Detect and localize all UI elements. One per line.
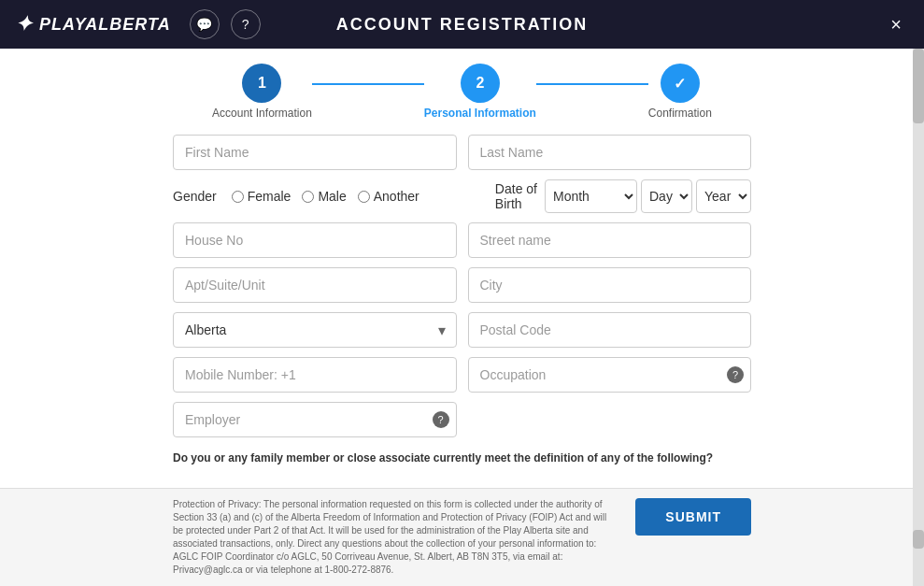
pep-question-container: Do you or any family member or close ass… xyxy=(0,447,924,466)
occupation-field: ? xyxy=(468,357,752,393)
city-input[interactable] xyxy=(468,267,752,303)
province-postal-row: Alberta British Columbia Manitoba Ontari… xyxy=(173,312,751,348)
step-3: ✓ Confirmation xyxy=(648,64,712,120)
logo: ✦ PLAYALBERTA xyxy=(15,12,171,36)
step-1-number: 1 xyxy=(258,75,266,92)
mobile-input[interactable] xyxy=(173,357,457,393)
gender-group: Gender Female Male Another xyxy=(173,189,419,204)
step-2-circle: 2 xyxy=(461,64,500,103)
mobile-field xyxy=(173,357,457,393)
dob-year-select[interactable]: Year xyxy=(696,179,751,213)
gender-male-option[interactable]: Male xyxy=(302,189,346,204)
city-field xyxy=(468,267,752,303)
apt-suite-input[interactable] xyxy=(173,267,457,303)
step-line-1 xyxy=(312,83,424,85)
employer-row: ? xyxy=(173,402,751,437)
street-name-field xyxy=(468,222,752,258)
employer-input[interactable] xyxy=(173,402,457,437)
chat-icon: 💬 xyxy=(196,17,212,32)
dob-selects: Month January February March April May J… xyxy=(545,179,751,213)
help-icon-button[interactable]: ? xyxy=(231,9,261,39)
dob-label: Date of xyxy=(495,181,537,196)
apt-suite-field xyxy=(173,267,457,303)
employer-field: ? xyxy=(173,402,457,437)
step-2: 2 Personal Information xyxy=(424,64,536,120)
page-title: ACCOUNT REGISTRATION xyxy=(336,15,589,35)
address-row-1 xyxy=(173,222,751,258)
street-name-input[interactable] xyxy=(468,222,752,258)
employer-help-icon[interactable]: ? xyxy=(433,411,449,428)
occupation-help-icon[interactable]: ? xyxy=(727,366,744,383)
footer: Protection of Privacy: The personal info… xyxy=(0,488,924,586)
step-3-label: Confirmation xyxy=(648,107,712,120)
logo-star-icon: ✦ xyxy=(15,12,32,36)
step-3-circle: ✓ xyxy=(661,64,700,103)
stepper: 1 Account Information 2 Personal Informa… xyxy=(0,49,924,127)
step-1-circle: 1 xyxy=(242,64,281,103)
gender-another-option[interactable]: Another xyxy=(358,189,419,204)
gender-female-option[interactable]: Female xyxy=(232,189,291,204)
dob-day-select[interactable]: Day xyxy=(641,179,692,213)
employer-filler xyxy=(468,402,752,437)
occupation-input[interactable] xyxy=(468,357,752,393)
step-1: 1 Account Information xyxy=(212,64,312,120)
form-container: Gender Female Male Another Date of Birth xyxy=(0,127,924,437)
gender-female-label: Female xyxy=(248,189,291,204)
first-name-input[interactable] xyxy=(173,135,457,170)
gender-label: Gender xyxy=(173,189,217,204)
header-icon-group: 💬 ? xyxy=(190,9,261,39)
address-row-2 xyxy=(173,267,751,303)
province-select[interactable]: Alberta British Columbia Manitoba Ontari… xyxy=(173,312,457,348)
gender-another-radio[interactable] xyxy=(358,191,370,203)
header: ✦ PLAYALBERTA 💬 ? ACCOUNT REGISTRATION × xyxy=(0,0,924,49)
step-1-label: Account Information xyxy=(212,107,312,120)
postal-code-input[interactable] xyxy=(468,312,752,348)
province-field: Alberta British Columbia Manitoba Ontari… xyxy=(173,312,457,348)
mobile-occupation-row: ? xyxy=(173,357,751,393)
pep-question-text: Do you or any family member or close ass… xyxy=(173,451,713,465)
chat-icon-button[interactable]: 💬 xyxy=(190,9,220,39)
step-line-2 xyxy=(536,83,648,85)
submit-button[interactable]: SUBMIT xyxy=(635,498,751,536)
gender-male-label: Male xyxy=(318,189,346,204)
gender-dob-row: Gender Female Male Another Date of Birth xyxy=(173,179,751,213)
scroll-thumb-bottom[interactable] xyxy=(913,530,924,549)
scroll-thumb-top[interactable] xyxy=(913,49,924,123)
step-2-number: 2 xyxy=(476,75,484,92)
last-name-field xyxy=(468,135,752,170)
postal-code-field xyxy=(468,312,752,348)
name-row xyxy=(173,135,751,170)
house-no-field xyxy=(173,222,457,258)
house-no-input[interactable] xyxy=(173,222,457,258)
gender-another-label: Another xyxy=(374,189,419,204)
dob-label-2: Birth xyxy=(495,196,522,211)
main-content: 1 Account Information 2 Personal Informa… xyxy=(0,49,924,586)
gender-male-radio[interactable] xyxy=(302,191,314,203)
close-button[interactable]: × xyxy=(883,10,909,39)
privacy-policy-text: Protection of Privacy: The personal info… xyxy=(173,498,617,577)
last-name-input[interactable] xyxy=(468,135,752,170)
first-name-field xyxy=(173,135,457,170)
dob-group: Date of Birth Month January February Mar… xyxy=(495,179,751,213)
checkmark-icon: ✓ xyxy=(674,75,686,93)
gender-female-radio[interactable] xyxy=(232,191,244,203)
step-2-label: Personal Information xyxy=(424,107,536,120)
logo-text: PLAYALBERTA xyxy=(39,15,171,35)
scrollbar[interactable] xyxy=(913,49,924,586)
dob-month-select[interactable]: Month January February March April May J… xyxy=(545,179,637,213)
question-icon: ? xyxy=(242,17,249,32)
